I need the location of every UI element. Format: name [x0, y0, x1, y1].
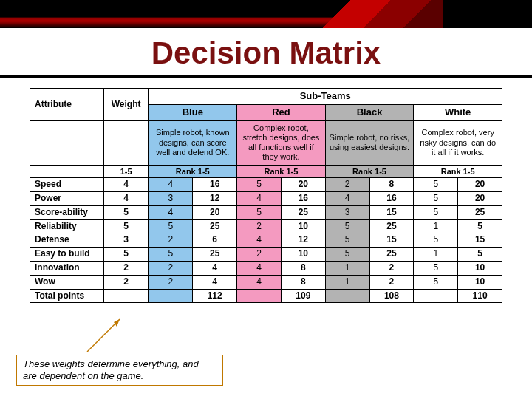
table-row: Speed441652028520	[30, 178, 502, 192]
attr-cell: Easy to build	[30, 248, 104, 262]
table-row: Wow2244812510	[30, 275, 502, 289]
score-cell: 8	[281, 275, 325, 289]
rank-cell: 5	[237, 205, 282, 219]
score-cell: 20	[281, 178, 325, 192]
rank-cell: 5	[237, 178, 282, 192]
rank-cell: 2	[325, 178, 369, 192]
score-cell: 12	[281, 233, 325, 248]
table-row: Score-ability5420525315525	[30, 205, 502, 219]
weight-cell: 2	[103, 275, 149, 289]
rank-hdr-red: Rank 1-5	[237, 165, 326, 178]
team-header-black: Black	[325, 104, 414, 120]
score-cell: 15	[369, 205, 414, 219]
attr-cell: Power	[30, 192, 104, 206]
total-score-red: 109	[281, 289, 325, 303]
table-row: Defense326412515515	[30, 233, 502, 248]
rank-cell: 4	[325, 192, 369, 206]
rank-cell: 4	[237, 275, 282, 289]
table-row: Easy to build552521052515	[30, 248, 502, 262]
score-cell: 12	[193, 192, 237, 206]
slide-title: Decision Matrix	[0, 35, 532, 71]
score-cell: 25	[193, 219, 237, 233]
total-rank-white	[414, 289, 458, 303]
score-cell: 16	[281, 192, 325, 206]
rank-cell: 3	[149, 192, 193, 206]
rank-cell: 2	[149, 262, 193, 276]
score-cell: 8	[369, 178, 414, 192]
score-cell: 4	[193, 262, 237, 276]
total-row: Total points 112 109 108 110	[30, 289, 502, 303]
callout-line-1: These weights determine everything, and	[23, 358, 199, 369]
weight-range: 1-5	[103, 165, 149, 178]
attr-cell: Score-ability	[30, 205, 104, 219]
callout-arrow-icon	[81, 316, 126, 353]
table-row: Reliability552521052515	[30, 219, 502, 233]
score-cell: 20	[458, 192, 502, 206]
score-cell: 10	[281, 219, 325, 233]
total-score-white: 110	[458, 289, 502, 303]
rank-cell: 5	[325, 233, 369, 248]
rank-cell: 4	[237, 192, 282, 206]
score-cell: 6	[193, 233, 237, 248]
rank-cell: 4	[149, 205, 193, 219]
score-cell: 5	[458, 248, 502, 262]
weight-cell: 5	[103, 248, 149, 262]
rank-cell: 5	[149, 248, 193, 262]
score-cell: 8	[281, 262, 325, 276]
attr-cell: Speed	[30, 178, 104, 192]
rank-cell: 2	[237, 248, 282, 262]
weight-cell: 5	[103, 219, 149, 233]
score-cell: 16	[193, 178, 237, 192]
rank-hdr-white: Rank 1-5	[414, 165, 502, 178]
total-rank-red	[237, 289, 282, 303]
weight-cell: 4	[103, 178, 149, 192]
rank-cell: 4	[237, 262, 282, 276]
score-cell: 10	[458, 275, 502, 289]
team-desc-blue: Simple robot, known designs, can score w…	[149, 120, 237, 165]
total-rank-blue	[149, 289, 193, 303]
total-label: Total points	[30, 289, 104, 303]
rank-hdr-black: Rank 1-5	[325, 165, 414, 178]
score-cell: 5	[458, 219, 502, 233]
desc-blank-wt	[103, 120, 149, 165]
rank-cell: 2	[149, 233, 193, 248]
score-cell: 25	[369, 248, 414, 262]
attribute-header: Attribute	[30, 89, 104, 121]
score-cell: 20	[193, 205, 237, 219]
score-cell: 15	[458, 233, 502, 248]
total-rank-black	[325, 289, 369, 303]
rank-cell: 5	[414, 205, 458, 219]
total-score-black: 108	[369, 289, 414, 303]
title-block: Decision Matrix	[0, 28, 532, 78]
rank-cell: 1	[414, 248, 458, 262]
rank-cell: 5	[325, 219, 369, 233]
decision-matrix-table: Attribute Weight Sub-Teams Blue Red Blac…	[30, 88, 502, 303]
svg-marker-1	[114, 319, 120, 327]
table-row: Power4312416416520	[30, 192, 502, 206]
callout-line-2: are dependent on the game.	[23, 370, 143, 381]
team-desc-red: Complex robot, stretch designs, does all…	[237, 120, 326, 165]
rank-cell: 5	[414, 178, 458, 192]
weight-cell: 4	[103, 192, 149, 206]
score-cell: 25	[281, 205, 325, 219]
rank-cell: 5	[414, 233, 458, 248]
rank-cell: 1	[414, 219, 458, 233]
total-wt-blank	[103, 289, 149, 303]
score-cell: 10	[281, 248, 325, 262]
score-cell: 25	[369, 219, 414, 233]
team-desc-black: Simple robot, no risks, using easiest de…	[325, 120, 414, 165]
score-cell: 10	[458, 262, 502, 276]
desc-blank-attr	[30, 120, 104, 165]
score-cell: 2	[369, 262, 414, 276]
score-cell: 2	[369, 275, 414, 289]
weight-cell: 2	[103, 262, 149, 276]
rank-cell: 1	[325, 262, 369, 276]
attr-cell: Defense	[30, 233, 104, 248]
weight-header: Weight	[103, 89, 149, 121]
rank-cell: 5	[414, 262, 458, 276]
callout-text: These weights determine everything, and …	[16, 355, 223, 386]
rank-header-row: 1-5 Rank 1-5 Rank 1-5 Rank 1-5 Rank 1-5	[30, 165, 502, 178]
attr-cell: Innovation	[30, 262, 104, 276]
rank-cell: 2	[237, 219, 282, 233]
rank-cell: 5	[149, 219, 193, 233]
